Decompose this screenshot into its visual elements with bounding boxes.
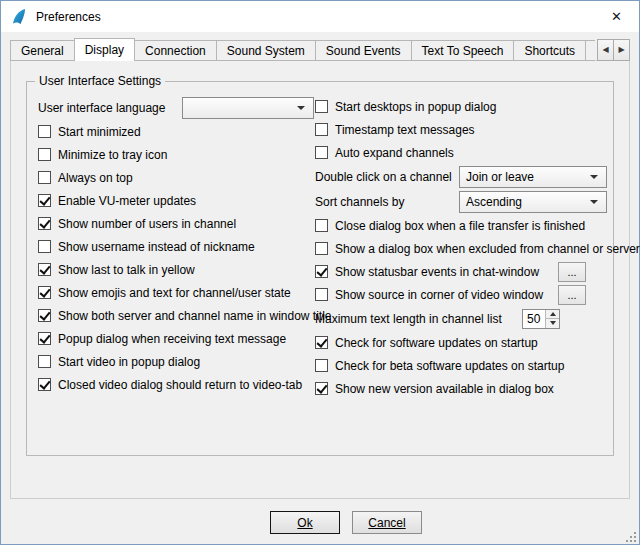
tab-text-to-speech[interactable]: Text To Speech bbox=[411, 40, 515, 61]
checkbox-label: Start desktops in popup dialog bbox=[335, 100, 496, 114]
checkbox-label: Auto expand channels bbox=[335, 146, 454, 160]
title-bar: Preferences ✕ bbox=[1, 1, 639, 32]
checkbox-row[interactable]: Show statusbar events in chat-window... bbox=[315, 260, 607, 283]
tab-video[interactable]: Video bbox=[585, 40, 595, 61]
max-text-length-label: Maximum text length in channel list bbox=[315, 312, 502, 326]
checkbox-label: Close dialog box when a file transfer is… bbox=[335, 219, 585, 233]
tab-scroll-right-button[interactable]: ▶ bbox=[613, 39, 630, 61]
close-icon: ✕ bbox=[611, 9, 622, 24]
spin-up-button[interactable] bbox=[546, 310, 559, 320]
more-options-button[interactable]: ... bbox=[558, 262, 586, 282]
checkbox-row[interactable]: Show a dialog box when excluded from cha… bbox=[315, 237, 607, 260]
right-mid-checkbox-list: Close dialog box when a file transfer is… bbox=[315, 214, 607, 306]
checkbox-row[interactable]: Show emojis and text for channel/user st… bbox=[38, 281, 314, 304]
checkbox-checked[interactable] bbox=[38, 286, 51, 299]
right-top-checkbox-list: Start desktops in popup dialogTimestamp … bbox=[315, 95, 607, 164]
checkbox-unchecked[interactable] bbox=[38, 355, 51, 368]
checkbox-row[interactable]: Start video in popup dialog bbox=[38, 350, 314, 373]
checkbox-label: Show source in corner of video window bbox=[335, 288, 543, 302]
checkbox-unchecked[interactable] bbox=[315, 359, 328, 372]
checkbox-row[interactable]: Always on top bbox=[38, 166, 314, 189]
checkbox-checked[interactable] bbox=[38, 217, 51, 230]
right-bottom-checkbox-list: Check for software updates on startupChe… bbox=[315, 331, 607, 400]
max-text-length-spinner[interactable]: 50 bbox=[522, 309, 560, 329]
checkbox-label: Show new version available in dialog box bbox=[335, 382, 554, 396]
double-click-label: Double click on a channel bbox=[315, 170, 459, 184]
checkbox-row[interactable]: Timestamp text messages bbox=[315, 118, 607, 141]
checkbox-row[interactable]: Minimize to tray icon bbox=[38, 143, 314, 166]
spinner-value: 50 bbox=[523, 310, 545, 328]
checkbox-row[interactable]: Show source in corner of video window... bbox=[315, 283, 607, 306]
arrow-down-icon bbox=[550, 321, 556, 325]
close-button[interactable]: ✕ bbox=[594, 1, 639, 32]
language-combobox[interactable] bbox=[182, 97, 314, 119]
tab-display[interactable]: Display bbox=[74, 38, 135, 61]
chevron-down-icon bbox=[590, 175, 598, 179]
checkbox-row[interactable]: Show last to talk in yellow bbox=[38, 258, 314, 281]
arrow-up-icon bbox=[550, 312, 556, 316]
checkbox-unchecked[interactable] bbox=[315, 219, 328, 232]
checkbox-checked[interactable] bbox=[315, 265, 328, 278]
checkbox-row[interactable]: Auto expand channels bbox=[315, 141, 607, 164]
checkbox-label: Show username instead of nickname bbox=[58, 240, 255, 254]
checkbox-unchecked[interactable] bbox=[315, 123, 328, 136]
more-options-button[interactable]: ... bbox=[558, 285, 586, 305]
checkbox-label: Always on top bbox=[58, 171, 133, 185]
checkbox-unchecked[interactable] bbox=[315, 146, 328, 159]
spinner-buttons bbox=[545, 310, 559, 328]
checkbox-checked[interactable] bbox=[315, 382, 328, 395]
checkbox-label: Enable VU-meter updates bbox=[58, 194, 196, 208]
ok-button[interactable]: Ok bbox=[270, 511, 340, 534]
resize-grip[interactable] bbox=[624, 529, 637, 542]
ui-settings-group: User Interface Settings User interface l… bbox=[26, 81, 614, 456]
checkbox-unchecked[interactable] bbox=[38, 171, 51, 184]
checkbox-row[interactable]: Check for beta software updates on start… bbox=[315, 354, 607, 377]
checkbox-checked[interactable] bbox=[38, 194, 51, 207]
checkbox-row[interactable]: Check for software updates on startup bbox=[315, 331, 607, 354]
checkbox-unchecked[interactable] bbox=[38, 148, 51, 161]
tab-sound-system[interactable]: Sound System bbox=[216, 40, 316, 61]
checkbox-row[interactable]: Show both server and channel name in win… bbox=[38, 304, 314, 327]
tab-sound-events[interactable]: Sound Events bbox=[315, 40, 412, 61]
checkbox-label: Minimize to tray icon bbox=[58, 148, 167, 162]
tab-shortcuts[interactable]: Shortcuts bbox=[513, 40, 586, 61]
max-text-length-row: Maximum text length in channel list 50 bbox=[315, 306, 607, 331]
checkbox-checked[interactable] bbox=[38, 263, 51, 276]
checkbox-checked[interactable] bbox=[38, 378, 51, 391]
checkbox-unchecked[interactable] bbox=[38, 125, 51, 138]
spin-down-button[interactable] bbox=[546, 319, 559, 328]
checkbox-checked[interactable] bbox=[315, 336, 328, 349]
checkbox-unchecked[interactable] bbox=[38, 240, 51, 253]
checkbox-label: Closed video dialog should return to vid… bbox=[58, 378, 302, 392]
preferences-window: Preferences ✕ GeneralDisplayConnectionSo… bbox=[0, 0, 640, 545]
checkbox-row[interactable]: Close dialog box when a file transfer is… bbox=[315, 214, 607, 237]
checkbox-row[interactable]: Show username instead of nickname bbox=[38, 235, 314, 258]
checkbox-label: Show both server and channel name in win… bbox=[58, 309, 332, 323]
checkbox-row[interactable]: Popup dialog when receiving text message bbox=[38, 327, 314, 350]
left-column: User interface language Start minimizedM… bbox=[38, 95, 314, 396]
checkbox-checked[interactable] bbox=[38, 332, 51, 345]
checkbox-row[interactable]: Enable VU-meter updates bbox=[38, 189, 314, 212]
tab-connection[interactable]: Connection bbox=[134, 40, 217, 61]
checkbox-unchecked[interactable] bbox=[315, 100, 328, 113]
sort-channels-combobox[interactable]: Ascending bbox=[459, 191, 607, 213]
checkbox-row[interactable]: Start desktops in popup dialog bbox=[315, 95, 607, 118]
tab-scroll-left-button[interactable]: ◀ bbox=[597, 39, 614, 61]
group-title: User Interface Settings bbox=[35, 74, 165, 88]
combobox-value: Ascending bbox=[460, 195, 590, 209]
language-row: User interface language bbox=[38, 95, 314, 120]
cancel-button[interactable]: Cancel bbox=[352, 511, 422, 534]
checkbox-label: Check for beta software updates on start… bbox=[335, 359, 564, 373]
tab-general[interactable]: General bbox=[10, 40, 75, 61]
checkbox-row[interactable]: Start minimized bbox=[38, 120, 314, 143]
checkbox-unchecked[interactable] bbox=[315, 242, 328, 255]
checkbox-unchecked[interactable] bbox=[315, 288, 328, 301]
checkbox-row[interactable]: Show new version available in dialog box bbox=[315, 377, 607, 400]
double-click-row: Double click on a channel Join or leave bbox=[315, 164, 607, 189]
window-title: Preferences bbox=[36, 10, 101, 24]
double-click-combobox[interactable]: Join or leave bbox=[459, 166, 607, 188]
display-tab-page: User Interface Settings User interface l… bbox=[10, 60, 630, 499]
checkbox-row[interactable]: Closed video dialog should return to vid… bbox=[38, 373, 314, 396]
checkbox-checked[interactable] bbox=[38, 309, 51, 322]
checkbox-row[interactable]: Show number of users in channel bbox=[38, 212, 314, 235]
